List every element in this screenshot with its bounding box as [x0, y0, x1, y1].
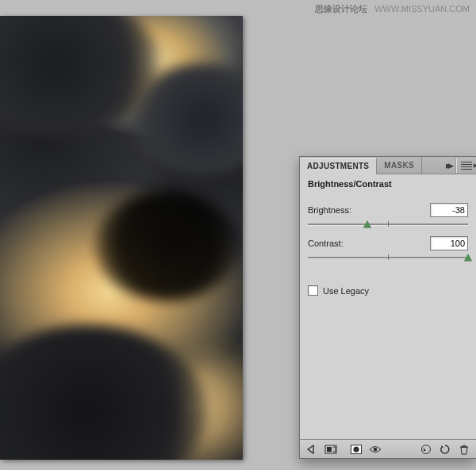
contrast-slider[interactable]: [308, 252, 468, 263]
svg-rect-1: [327, 447, 332, 452]
adjustments-panel: ADJUSTMENTS MASKS ▶▶ Brightness/Contrast…: [299, 156, 476, 459]
svg-point-3: [353, 446, 359, 452]
separator: [455, 159, 456, 173]
brightness-label: Brightness:: [308, 205, 351, 215]
contrast-slider-thumb[interactable]: [464, 254, 472, 261]
document-canvas[interactable]: [0, 16, 243, 460]
layer-mask-icon[interactable]: [347, 442, 365, 457]
brightness-slider-thumb[interactable]: [363, 220, 371, 227]
svg-point-4: [374, 447, 378, 451]
contrast-label: Contrast:: [308, 239, 344, 248]
image-content: [0, 16, 243, 460]
brightness-row: Brightness:: [308, 203, 468, 217]
contrast-input[interactable]: [430, 236, 468, 250]
brightness-slider[interactable]: [308, 219, 468, 230]
panel-footer: [300, 439, 476, 458]
trash-icon[interactable]: [455, 442, 473, 457]
tab-spacer: [422, 157, 442, 174]
cloud-shape: [0, 325, 206, 460]
use-legacy-row: Use Legacy: [308, 285, 468, 296]
panel-header-controls: ▶▶: [442, 157, 476, 174]
clip-to-layer-icon[interactable]: [417, 442, 435, 457]
contrast-row: Contrast:: [308, 236, 468, 250]
watermark-cn: 思缘设计论坛: [315, 4, 367, 13]
reset-icon[interactable]: [436, 442, 454, 457]
watermark-url: WWW.MISSYUAN.COM: [374, 4, 470, 13]
back-arrow-icon[interactable]: [303, 442, 321, 457]
brightness-input[interactable]: [430, 203, 468, 217]
slider-origin-tick: [388, 221, 389, 227]
expand-view-icon[interactable]: [322, 442, 340, 457]
tab-adjustments[interactable]: ADJUSTMENTS: [300, 158, 377, 174]
collapse-chevrons-icon[interactable]: ▶▶: [446, 162, 451, 170]
cloud-shape: [95, 190, 238, 301]
visibility-icon[interactable]: [367, 442, 384, 457]
panel-tab-bar: ADJUSTMENTS MASKS ▶▶: [300, 157, 476, 174]
watermark: 思缘设计论坛 WWW.MISSYUAN.COM: [315, 3, 470, 15]
use-legacy-checkbox[interactable]: [308, 285, 318, 296]
svg-point-5: [422, 445, 431, 453]
panel-body: Brightness: Contrast: Use Legacy: [300, 195, 476, 439]
use-legacy-label: Use Legacy: [323, 286, 369, 296]
tab-masks[interactable]: MASKS: [377, 157, 422, 174]
panel-menu-icon[interactable]: [461, 162, 472, 170]
slider-origin-tick: [388, 254, 389, 260]
adjustment-title: Brightness/Contrast: [300, 174, 476, 195]
